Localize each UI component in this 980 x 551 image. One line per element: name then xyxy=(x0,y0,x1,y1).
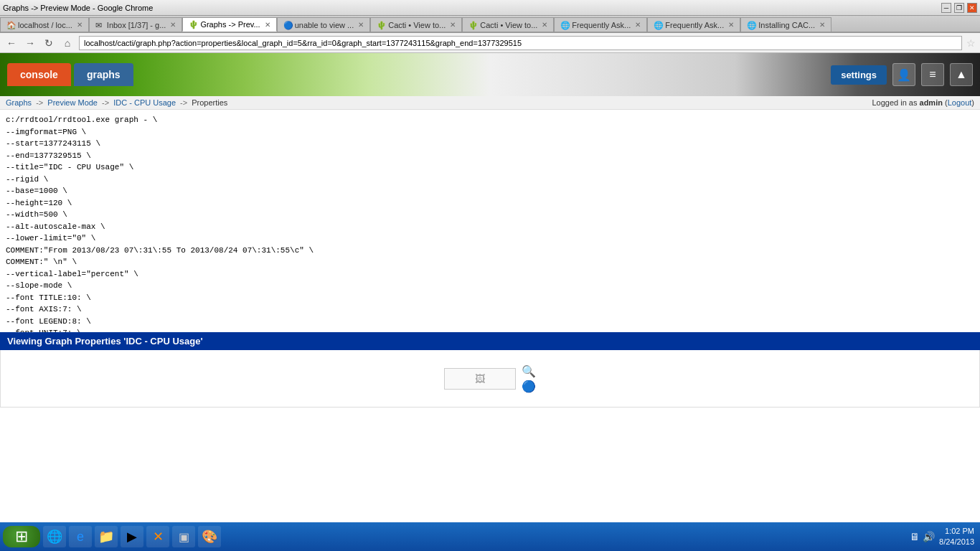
logged-in-user: admin xyxy=(920,98,943,107)
code-line-11: --lower-limit="0" \ xyxy=(6,232,974,245)
graph-properties-title: Viewing Graph Properties 'IDC - CPU Usag… xyxy=(7,336,203,347)
graph-properties-section: Viewing Graph Properties 'IDC - CPU Usag… xyxy=(0,332,980,408)
tab-label-installing: Installing CAC... xyxy=(758,21,815,29)
breadcrumb: Graphs -> Preview Mode -> IDC - CPU Usag… xyxy=(6,98,227,107)
minimize-button[interactable]: ─ xyxy=(941,3,951,13)
code-line-13: COMMENT:" \n" \ xyxy=(6,256,974,268)
tab-faq2[interactable]: 🌐 Frequently Ask... ✕ xyxy=(647,17,740,32)
code-line-18: --font LEGEND:8: \ xyxy=(6,316,974,328)
title-bar: Graphs -> Preview Mode - Google Chrome ─… xyxy=(0,0,980,16)
tab-cacti2[interactable]: 🌵 Cacti • View to... ✕ xyxy=(462,17,554,32)
code-line-19: --font UNIT:7: \ xyxy=(6,327,974,332)
breadcrumb-graphs[interactable]: Graphs xyxy=(6,98,32,107)
code-line-17: --font AXIS:7: \ xyxy=(6,303,974,316)
tabs-bar: 🏠 localhost / loc... ✕ ✉ Inbox [1/37] - … xyxy=(0,16,980,33)
graph-icon: ▲ xyxy=(956,68,967,81)
tab-faq1[interactable]: 🌐 Frequently Ask... ✕ xyxy=(554,17,647,32)
tab-close-inbox[interactable]: ✕ xyxy=(170,21,176,29)
restore-button[interactable]: ❐ xyxy=(954,3,964,13)
menu-icon-button[interactable]: ≡ xyxy=(921,63,944,86)
zoom-controls: 🔍 🔵 xyxy=(522,364,536,393)
settings-button[interactable]: settings xyxy=(831,65,887,85)
tab-close-faq2[interactable]: ✕ xyxy=(728,21,734,29)
code-line-16: --font TITLE:10: \ xyxy=(6,292,974,304)
zoom-in-icon[interactable]: 🔍 xyxy=(522,364,536,378)
address-input[interactable] xyxy=(79,36,962,50)
logged-in-info: Logged in as admin (Logout) xyxy=(872,98,974,107)
broken-image-icon: 🖼 xyxy=(475,373,485,385)
tab-localhost[interactable]: 🏠 localhost / loc... ✕ xyxy=(0,17,89,32)
tab-close-localhost[interactable]: ✕ xyxy=(77,21,83,29)
logged-in-text: Logged in as xyxy=(872,98,917,107)
code-line-3: --start=1377243115 \ xyxy=(6,138,974,150)
code-line-1: c:/rrdtool/rrdtool.exe graph - \ xyxy=(6,114,974,126)
console-tab[interactable]: console xyxy=(7,63,71,86)
breadcrumb-idc-cpu[interactable]: IDC - CPU Usage xyxy=(113,98,176,107)
tab-favicon-unable: 🔵 xyxy=(283,21,292,29)
code-line-7: --base=1000 \ xyxy=(6,185,974,197)
user-icon: 👤 xyxy=(897,68,911,82)
reload-button[interactable]: ↻ xyxy=(42,36,56,50)
tab-label-faq2: Frequently Ask... xyxy=(665,21,724,29)
graph-icon-button[interactable]: ▲ xyxy=(950,63,973,86)
tab-close-faq1[interactable]: ✕ xyxy=(635,21,641,29)
tab-favicon-graphs-preview: 🌵 xyxy=(189,20,197,29)
graph-properties-header: Viewing Graph Properties 'IDC - CPU Usag… xyxy=(0,332,980,350)
breadcrumb-sep-2: -> xyxy=(102,98,109,107)
tab-favicon-faq1: 🌐 xyxy=(560,21,569,29)
breadcrumb-bar: Graphs -> Preview Mode -> IDC - CPU Usag… xyxy=(0,96,980,110)
graph-properties-content: 🖼 🔍 🔵 xyxy=(0,350,980,408)
close-button[interactable]: ✕ xyxy=(967,3,977,13)
graphs-tab-label: graphs xyxy=(87,69,121,80)
console-tab-label: console xyxy=(20,69,58,80)
settings-button-label: settings xyxy=(841,70,877,80)
forward-button[interactable]: → xyxy=(23,36,37,50)
tab-label-inbox: Inbox [1/37] - g... xyxy=(107,21,166,29)
tab-favicon-faq2: 🌐 xyxy=(654,21,662,29)
tab-cacti1[interactable]: 🌵 Cacti • View to... ✕ xyxy=(370,17,462,32)
tab-favicon-installing: 🌐 xyxy=(747,21,755,29)
graph-image-placeholder: 🖼 xyxy=(444,368,516,390)
address-bar: ← → ↻ ⌂ ☆ xyxy=(0,33,980,53)
breadcrumb-preview-mode[interactable]: Preview Mode xyxy=(47,98,98,107)
code-line-9: --width=500 \ xyxy=(6,209,974,221)
menu-icon: ≡ xyxy=(929,68,936,81)
tab-favicon-localhost: 🏠 xyxy=(6,21,15,29)
graphs-tab[interactable]: graphs xyxy=(74,63,133,86)
home-button[interactable]: ⌂ xyxy=(60,36,75,50)
tab-close-unable[interactable]: ✕ xyxy=(358,21,364,29)
tab-inbox[interactable]: ✉ Inbox [1/37] - g... ✕ xyxy=(89,17,183,32)
breadcrumb-sep-1: -> xyxy=(36,98,43,107)
zoom-reset-icon[interactable]: 🔵 xyxy=(522,380,536,393)
tab-favicon-cacti1: 🌵 xyxy=(377,21,385,29)
title-bar-text: Graphs -> Preview Mode - Google Chrome xyxy=(3,4,153,12)
code-content: c:/rrdtool/rrdtool.exe graph - \ --imgfo… xyxy=(0,110,980,332)
tab-close-graphs-preview[interactable]: ✕ xyxy=(265,21,270,29)
tab-unable[interactable]: 🔵 unable to view ... ✕ xyxy=(277,17,371,32)
tab-close-cacti1[interactable]: ✕ xyxy=(450,21,456,29)
tab-label-graphs-preview: Graphs -> Prev... xyxy=(200,20,260,29)
breadcrumb-properties: Properties xyxy=(192,98,227,107)
tab-label-faq1: Frequently Ask... xyxy=(572,21,631,29)
tab-favicon-cacti2: 🌵 xyxy=(468,21,477,29)
tab-installing[interactable]: 🌐 Installing CAC... ✕ xyxy=(740,17,831,32)
code-line-8: --height=120 \ xyxy=(6,197,974,209)
tab-graphs-preview[interactable]: 🌵 Graphs -> Prev... ✕ xyxy=(182,17,276,32)
back-button[interactable]: ← xyxy=(4,36,19,50)
tab-close-cacti2[interactable]: ✕ xyxy=(542,21,547,29)
tab-favicon-inbox: ✉ xyxy=(95,21,104,29)
bookmark-icon[interactable]: ☆ xyxy=(966,37,976,49)
tab-label-unable: unable to view ... xyxy=(295,21,354,29)
code-line-5: --title="IDC - CPU Usage" \ xyxy=(6,161,974,174)
code-line-2: --imgformat=PNG \ xyxy=(6,126,974,138)
code-line-14: --vertical-label="percent" \ xyxy=(6,268,974,281)
logout-link[interactable]: Logout xyxy=(948,98,972,107)
code-line-6: --rigid \ xyxy=(6,174,974,186)
code-line-4: --end=1377329515 \ xyxy=(6,150,974,162)
tab-close-installing[interactable]: ✕ xyxy=(819,21,825,29)
user-icon-button[interactable]: 👤 xyxy=(892,63,915,86)
code-line-10: --alt-autoscale-max \ xyxy=(6,221,974,233)
code-line-12: COMMENT:"From 2013/08/23 07\:31\:55 To 2… xyxy=(6,245,974,257)
code-line-15: --slope-mode \ xyxy=(6,280,974,292)
app-nav-tabs: console graphs xyxy=(7,63,133,86)
